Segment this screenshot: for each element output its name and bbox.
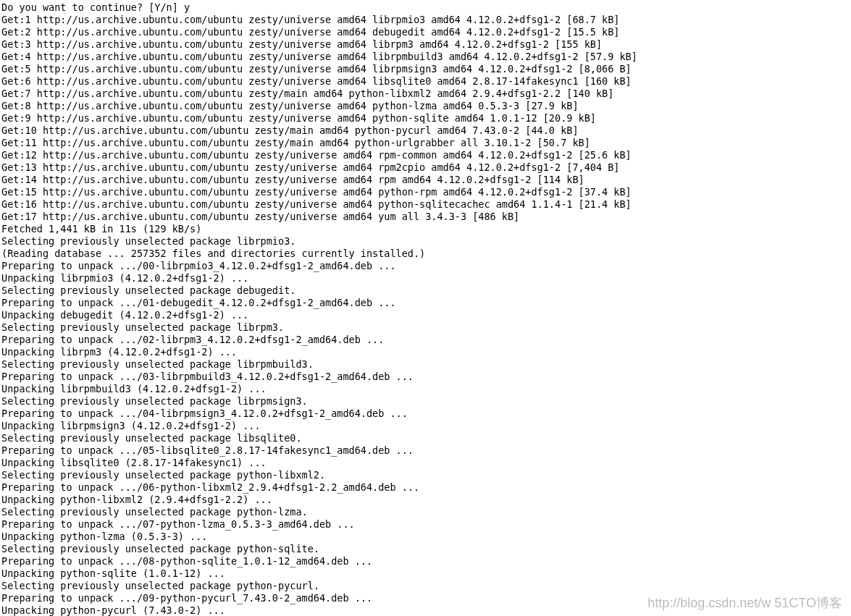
terminal-line: Preparing to unpack .../01-debugedit_4.1…: [1, 297, 396, 308]
terminal-line: Unpacking librpmsign3 (4.12.0.2+dfsg1-2)…: [1, 420, 261, 431]
terminal-line: Get:1 http://us.archive.ubuntu.com/ubunt…: [1, 14, 619, 25]
terminal-line: Preparing to unpack .../05-libsqlite0_2.…: [1, 444, 414, 456]
terminal-line: Selecting previously unselected package …: [1, 580, 319, 591]
terminal-line: Preparing to unpack .../03-librpmbuild3_…: [1, 371, 414, 382]
terminal-line: Selecting previously unselected package …: [1, 506, 308, 518]
terminal-line: Unpacking debugedit (4.12.0.2+dfsg1-2) .…: [1, 309, 248, 321]
terminal-line: Get:9 http://us.archive.ubuntu.com/ubunt…: [1, 112, 596, 124]
terminal-line: Get:16 http://us.archive.ubuntu.com/ubun…: [1, 198, 632, 210]
terminal-line: Fetched 1,441 kB in 11s (129 kB/s): [1, 223, 201, 235]
terminal-line: Unpacking python-libxml2 (2.9.4+dfsg1-2.…: [1, 494, 272, 505]
terminal-line: Unpacking librpm3 (4.12.0.2+dfsg1-2) ...: [1, 346, 237, 358]
terminal-line: Get:2 http://us.archive.ubuntu.com/ubunt…: [1, 26, 619, 38]
terminal-output: Do you want to continue? [Y/n] y Get:1 h…: [0, 0, 851, 616]
terminal-line: Get:14 http://us.archive.ubuntu.com/ubun…: [1, 174, 584, 185]
terminal-line: Get:10 http://us.archive.ubuntu.com/ubun…: [1, 125, 579, 136]
terminal-line: Unpacking librpmio3 (4.12.0.2+dfsg1-2) .…: [1, 272, 248, 284]
terminal-line: Preparing to unpack .../04-librpmsign3_4…: [1, 408, 408, 419]
terminal-line: Unpacking python-sqlite (1.0.1-12) ...: [1, 568, 225, 579]
terminal-line: Preparing to unpack .../08-python-sqlite…: [1, 555, 372, 567]
terminal-line: Selecting previously unselected package …: [1, 358, 314, 370]
terminal-line: Selecting previously unselected package …: [1, 395, 308, 407]
terminal-line: Get:12 http://us.archive.ubuntu.com/ubun…: [1, 149, 632, 161]
terminal-line: Preparing to unpack .../02-librpm3_4.12.…: [1, 334, 384, 345]
terminal-line: Preparing to unpack .../06-python-libxml…: [1, 481, 419, 493]
terminal-line: Get:6 http://us.archive.ubuntu.com/ubunt…: [1, 75, 632, 87]
terminal-line: Get:13 http://us.archive.ubuntu.com/ubun…: [1, 161, 619, 173]
terminal-line: Get:11 http://us.archive.ubuntu.com/ubun…: [1, 137, 590, 148]
terminal-line: Get:3 http://us.archive.ubuntu.com/ubunt…: [1, 38, 602, 50]
terminal-line: Unpacking libsqlite0 (2.8.17-14fakesync1…: [1, 457, 267, 468]
terminal-line: Preparing to unpack .../07-python-lzma_0…: [1, 518, 355, 530]
terminal-line: Get:15 http://us.archive.ubuntu.com/ubun…: [1, 186, 632, 198]
terminal-line: Unpacking librpmbuild3 (4.12.0.2+dfsg1-2…: [1, 383, 267, 395]
terminal-line: Do you want to continue? [Y/n] y: [1, 1, 190, 13]
terminal-line: (Reading database ... 257352 files and d…: [1, 248, 425, 259]
terminal-line: Preparing to unpack .../00-librpmio3_4.1…: [1, 260, 396, 271]
terminal-line: Unpacking python-lzma (0.5.3-3) ...: [1, 531, 207, 542]
terminal-line: Get:8 http://us.archive.ubuntu.com/ubunt…: [1, 100, 579, 111]
terminal-line: Selecting previously unselected package …: [1, 432, 302, 444]
terminal-line: Get:17 http://us.archive.ubuntu.com/ubun…: [1, 211, 519, 222]
terminal-line: Preparing to unpack .../09-python-pycurl…: [1, 592, 372, 604]
terminal-line: Selecting previously unselected package …: [1, 235, 295, 247]
terminal-line: Selecting previously unselected package …: [1, 543, 319, 554]
terminal-line: Get:4 http://us.archive.ubuntu.com/ubunt…: [1, 51, 637, 62]
terminal-line: Selecting previously unselected package …: [1, 321, 284, 333]
terminal-line: Selecting previously unselected package …: [1, 284, 295, 296]
terminal-line: Selecting previously unselected package …: [1, 469, 325, 481]
terminal-line: Get:5 http://us.archive.ubuntu.com/ubunt…: [1, 63, 632, 75]
terminal-line: Get:7 http://us.archive.ubuntu.com/ubunt…: [1, 88, 613, 99]
terminal-line: Unpacking python-pycurl (7.43.0-2) ...: [1, 604, 225, 616]
